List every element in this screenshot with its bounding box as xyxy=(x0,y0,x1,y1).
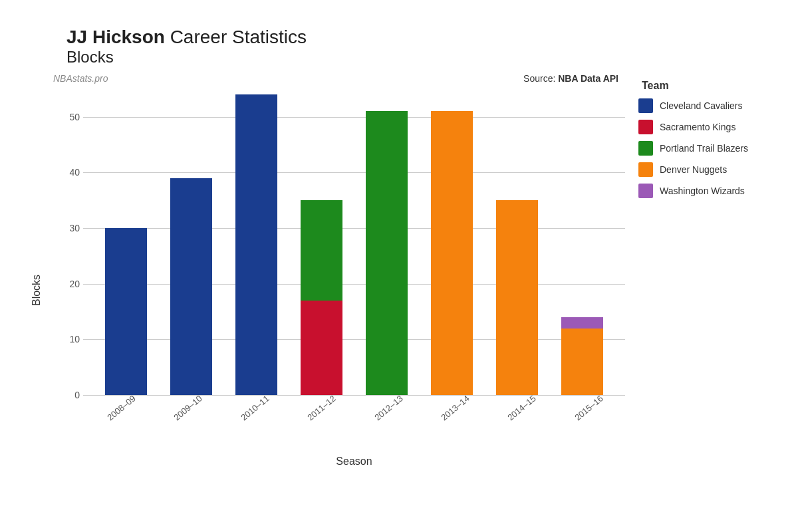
y-tick-label: 40 xyxy=(53,167,80,178)
bar-stack xyxy=(496,200,538,395)
plot-and-legend: NBAstats.pro Source: NBA Data API 010203… xyxy=(47,73,785,467)
bar-stack xyxy=(301,200,342,395)
bar-group xyxy=(357,89,417,395)
bar-group xyxy=(227,89,287,395)
bar-stack xyxy=(235,94,277,395)
chart-subtitle: Blocks xyxy=(66,48,785,66)
y-tick-label: 10 xyxy=(53,334,80,344)
legend: Team Cleveland CavaliersSacramento Kings… xyxy=(625,73,785,467)
title-block: JJ Hickson Career Statistics Blocks xyxy=(66,27,785,66)
legend-color-box xyxy=(638,184,653,198)
legend-items: Cleveland CavaliersSacramento KingsPortl… xyxy=(638,98,771,198)
plot-section: NBAstats.pro Source: NBA Data API 010203… xyxy=(47,73,625,467)
player-name: JJ Hickson xyxy=(66,27,165,47)
legend-title: Team xyxy=(642,80,771,92)
chart-area: Blocks NBAstats.pro Source: NBA Data API… xyxy=(27,73,785,467)
legend-item: Cleveland Cavaliers xyxy=(638,98,771,113)
source-bold: NBA Data API xyxy=(558,73,618,84)
chart-title: JJ Hickson Career Statistics xyxy=(66,27,785,48)
bar-segment xyxy=(301,200,342,301)
y-tick-label: 0 xyxy=(53,390,80,400)
bar-group xyxy=(422,89,481,395)
bar-stack xyxy=(366,111,408,395)
bar-segment xyxy=(431,111,473,395)
legend-label: Washington Wizards xyxy=(660,186,745,196)
legend-color-box xyxy=(638,162,653,177)
bar-stack xyxy=(105,228,147,395)
watermark-text: NBAstats.pro xyxy=(53,73,108,84)
bar-segment xyxy=(366,111,408,395)
x-axis-wrapper: 2008–092009–102010–112011–122012–132013–… xyxy=(47,399,625,452)
legend-item: Denver Nuggets xyxy=(638,162,771,177)
legend-color-box xyxy=(638,141,653,156)
title-rest: Career Statistics xyxy=(165,27,307,47)
legend-item: Sacramento Kings xyxy=(638,120,771,134)
bar-stack xyxy=(561,317,603,395)
x-axis: 2008–092009–102010–112011–122012–132013–… xyxy=(47,399,625,416)
source-text: Source: NBA Data API xyxy=(523,73,618,84)
bar-stack xyxy=(170,178,212,395)
legend-label: Portland Trail Blazers xyxy=(660,143,748,154)
watermark-source-row: NBAstats.pro Source: NBA Data API xyxy=(47,73,625,84)
legend-item: Washington Wizards xyxy=(638,184,771,198)
bar-group xyxy=(552,89,612,395)
legend-item: Portland Trail Blazers xyxy=(638,141,771,156)
legend-label: Cleveland Cavaliers xyxy=(660,100,743,111)
bar-segment xyxy=(496,200,538,395)
bar-group xyxy=(96,89,156,395)
y-tick-label: 30 xyxy=(53,223,80,233)
bar-segment xyxy=(105,228,147,395)
bar-group xyxy=(162,89,221,395)
y-axis-label: Blocks xyxy=(27,73,47,467)
legend-color-box xyxy=(638,98,653,113)
legend-label: Sacramento Kings xyxy=(660,122,735,132)
legend-color-box xyxy=(638,120,653,134)
bar-stack xyxy=(431,111,473,395)
bars-container xyxy=(83,89,625,395)
chart-container: JJ Hickson Career Statistics Blocks Bloc… xyxy=(0,0,798,532)
bar-segment xyxy=(235,94,277,395)
bar-segment xyxy=(561,329,603,395)
y-tick-label: 50 xyxy=(53,112,80,122)
y-tick-label: 20 xyxy=(53,279,80,289)
bar-segment xyxy=(170,178,212,395)
x-axis-label: Season xyxy=(47,456,625,467)
bar-group xyxy=(487,89,547,395)
plot-inner: 01020304050 xyxy=(47,89,625,395)
bar-group xyxy=(292,89,352,395)
legend-label: Denver Nuggets xyxy=(660,164,727,175)
source-prefix: Source: xyxy=(523,73,558,84)
bar-segment xyxy=(561,317,603,329)
